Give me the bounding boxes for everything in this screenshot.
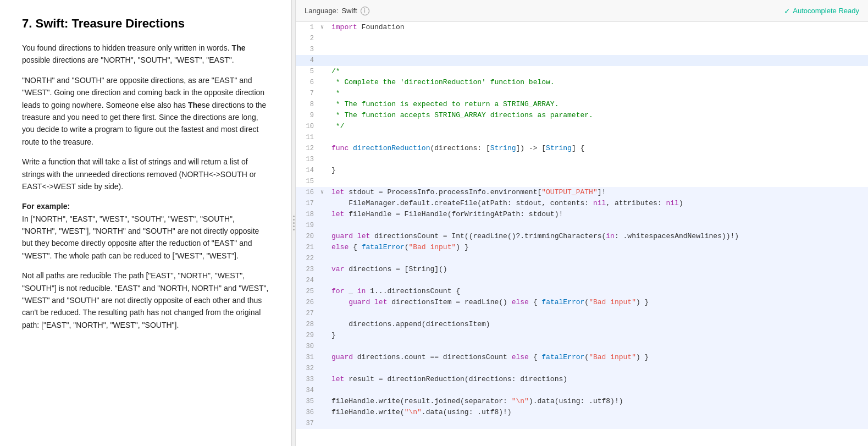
line-number: 4 xyxy=(296,55,320,66)
code-line-30: 30 xyxy=(296,341,868,352)
code-line-1: 1 ∨ import Foundation xyxy=(296,22,868,33)
code-line-37: 37 xyxy=(296,418,868,429)
line-number: 30 xyxy=(296,341,320,352)
code-line-32: 32 xyxy=(296,363,868,374)
line-number: 23 xyxy=(296,264,320,275)
code-line-20: 20 guard let directionsCount = Int((read… xyxy=(296,231,868,242)
code-line-31: 31 guard directions.count == directionsC… xyxy=(296,352,868,363)
code-content: * xyxy=(329,88,868,99)
code-line-24: 24 xyxy=(296,275,868,286)
problem-paragraph-1: You found directions to hidden treasure … xyxy=(22,42,269,67)
code-line-23: 23 var directions = [String]() xyxy=(296,264,868,275)
divider-dot xyxy=(293,216,295,217)
code-content xyxy=(329,55,868,66)
line-number: 24 xyxy=(296,275,320,286)
code-line-14: 14 } xyxy=(296,165,868,176)
code-content: * Complete the 'directionReduction' func… xyxy=(329,77,868,88)
code-line-33: 33 let result = directionReduction(direc… xyxy=(296,374,868,385)
code-content: import Foundation xyxy=(329,22,868,33)
code-content xyxy=(329,176,868,187)
code-content: guard let directionsCount = Int((readLin… xyxy=(329,231,868,242)
code-line-5: 5 /* xyxy=(296,66,868,77)
line-number: 12 xyxy=(296,143,320,154)
code-line-26: 26 guard let directionsItem = readLine()… xyxy=(296,297,868,308)
line-number: 33 xyxy=(296,374,320,385)
problem-paragraph-5: Not all paths are reducible The path ["E… xyxy=(22,269,269,331)
code-content xyxy=(329,341,868,352)
code-content: let result = directionReduction(directio… xyxy=(329,374,868,385)
divider-dot xyxy=(293,222,295,224)
line-number: 34 xyxy=(296,385,320,396)
divider-dot xyxy=(293,219,295,221)
code-content: guard directions.count == directionsCoun… xyxy=(329,352,868,363)
code-line-27: 27 xyxy=(296,308,868,319)
line-number: 19 xyxy=(296,220,320,231)
line-number: 11 xyxy=(296,132,320,143)
problem-paragraph-2: "NORTH" and "SOUTH" are opposite directi… xyxy=(22,74,269,148)
line-number: 9 xyxy=(296,110,320,121)
line-number: 3 xyxy=(296,44,320,55)
code-line-18: 18 let fileHandle = FileHandle(forWritin… xyxy=(296,209,868,220)
code-content xyxy=(329,220,868,231)
code-line-7: 7 * xyxy=(296,88,868,99)
divider-dot xyxy=(293,225,295,227)
code-line-4: 4 xyxy=(296,55,868,66)
fold-arrow[interactable]: ∨ xyxy=(320,22,329,33)
code-content: } xyxy=(329,330,868,341)
line-number: 17 xyxy=(296,198,320,209)
problem-paragraph-3: Write a function that will take a list o… xyxy=(22,156,269,192)
panel-divider[interactable] xyxy=(291,0,296,446)
autocomplete-status: ✓ Autocomplete Ready xyxy=(784,7,859,15)
code-content xyxy=(329,154,868,165)
code-header: Language: Swift i ✓ Autocomplete Ready xyxy=(296,0,868,22)
code-content: * The function accepts STRING_ARRAY dire… xyxy=(329,110,868,121)
line-number: 22 xyxy=(296,253,320,264)
code-line-15: 15 xyxy=(296,176,868,187)
fold-arrow[interactable]: ∨ xyxy=(320,187,329,198)
divider-dot xyxy=(293,229,295,230)
code-line-3: 3 xyxy=(296,44,868,55)
code-content xyxy=(329,418,868,429)
code-line-34: 34 xyxy=(296,385,868,396)
code-line-35: 35 fileHandle.write(result.joined(separa… xyxy=(296,396,868,407)
line-number: 27 xyxy=(296,308,320,319)
code-content: FileManager.default.createFile(atPath: s… xyxy=(329,198,868,209)
code-line-19: 19 xyxy=(296,220,868,231)
line-number: 10 xyxy=(296,121,320,132)
code-editor[interactable]: 1 ∨ import Foundation 2 3 4 5 /* xyxy=(296,22,868,446)
line-number: 32 xyxy=(296,363,320,374)
code-content xyxy=(329,385,868,396)
code-content xyxy=(329,275,868,286)
code-content: let fileHandle = FileHandle(forWritingAt… xyxy=(329,209,868,220)
code-line-28: 28 directions.append(directionsItem) xyxy=(296,319,868,330)
code-content xyxy=(329,363,868,374)
line-number: 20 xyxy=(296,231,320,242)
code-content: fileHandle.write(result.joined(separator… xyxy=(329,396,868,407)
divider-handle xyxy=(293,216,295,230)
language-value: Swift xyxy=(341,7,357,15)
code-line-6: 6 * Complete the 'directionReduction' fu… xyxy=(296,77,868,88)
code-content: fileHandle.write("\n".data(using: .utf8)… xyxy=(329,407,868,418)
code-content: func directionReduction(directions: [Str… xyxy=(329,143,868,154)
code-line-16: 16 ∨ let stdout = ProcessInfo.processInf… xyxy=(296,187,868,198)
code-line-2: 2 xyxy=(296,33,868,44)
code-line-10: 10 */ xyxy=(296,121,868,132)
code-content: /* xyxy=(329,66,868,77)
problem-description-panel: 7. Swift: Treasure Directions You found … xyxy=(0,0,291,446)
code-line-8: 8 * The function is expected to return a… xyxy=(296,99,868,110)
code-line-29: 29 } xyxy=(296,330,868,341)
line-number: 29 xyxy=(296,330,320,341)
autocomplete-label-text: Autocomplete Ready xyxy=(793,7,859,15)
line-number: 31 xyxy=(296,352,320,363)
code-content: let stdout = ProcessInfo.processInfo.env… xyxy=(329,187,868,198)
language-selector[interactable]: Language: Swift i xyxy=(305,7,369,15)
code-line-17: 17 FileManager.default.createFile(atPath… xyxy=(296,198,868,209)
line-number: 35 xyxy=(296,396,320,407)
code-line-21: 21 else { fatalError("Bad input") } xyxy=(296,242,868,253)
line-number: 13 xyxy=(296,154,320,165)
code-line-25: 25 for _ in 1...directionsCount { xyxy=(296,286,868,297)
info-icon[interactable]: i xyxy=(361,7,369,15)
problem-title: 7. Swift: Treasure Directions xyxy=(22,16,269,31)
line-number: 8 xyxy=(296,99,320,110)
line-number: 15 xyxy=(296,176,320,187)
